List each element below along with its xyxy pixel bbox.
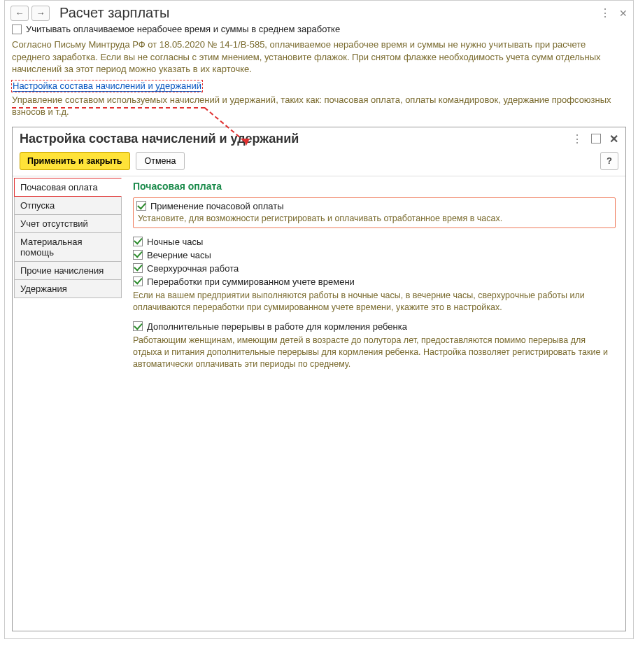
summed-overtime-checkbox[interactable] [133,276,143,286]
feeding-breaks-note: Работающим женщинам, имеющим детей в воз… [133,335,616,370]
opt-night-hours: Ночные часы [133,237,616,247]
annotation-arrow-head [243,139,250,146]
info-text: Согласно Письму Минтруда РФ от 18.05.202… [5,38,633,78]
opts-note: Если на вашем предприятии выполняются ра… [133,290,616,314]
dialog-body: Почасовая оплата Отпуска Учет отсутствий… [13,176,625,631]
nav-back-button[interactable]: ← [10,6,29,21]
apply-and-close-button[interactable]: Применить и закрыть [20,152,130,170]
arrow-right-icon: → [36,8,45,18]
use-hourly-checkbox[interactable] [136,201,146,211]
tab-other-accruals[interactable]: Прочие начисления [14,261,122,280]
highlight-use-hourly: Применение почасовой оплаты Установите, … [133,197,616,228]
dialog-toolbar: Применить и закрыть Отмена ? [13,149,625,176]
summed-overtime-label: Переработки при суммированном учете врем… [147,276,355,287]
overtime-checkbox[interactable] [133,263,143,273]
tab-financial-aid[interactable]: Материальная помощь [14,232,122,262]
outer-header: ← → Расчет зарплаты ⋮ ✕ [5,1,633,22]
dialog-maximize-icon[interactable] [591,134,601,144]
tab-content: Почасовая оплата Применение почасовой оп… [122,176,625,631]
feeding-breaks-label: Дополнительные перерывы в работе для кор… [147,321,407,332]
dialog-titlebar: Настройка состава начислений и удержаний… [13,127,625,149]
opt-summed-overtime: Переработки при суммированном учете врем… [133,276,616,287]
tab-vacations[interactable]: Отпуска [14,196,122,215]
section-title: Почасовая оплата [133,181,616,192]
dialog-more-icon[interactable]: ⋮ [572,132,583,146]
feeding-breaks-checkbox[interactable] [133,321,143,331]
night-hours-checkbox[interactable] [133,237,143,246]
use-hourly-label: Применение почасовой оплаты [150,201,284,211]
arrow-left-icon: ← [15,8,24,18]
night-hours-label: Ночные часы [147,237,203,247]
help-button[interactable]: ? [600,152,618,170]
page-title: Расчет зарплаты [59,5,600,21]
tabs-column: Почасовая оплата Отпуска Учет отсутствий… [13,176,122,631]
account-nonwork-label: Учитывать оплачиваемое нерабочее время и… [26,24,340,34]
nav-forward-button[interactable]: → [31,6,50,21]
dialog-title: Настройка состава начислений и удержаний [20,132,572,146]
tab-deductions[interactable]: Удержания [14,279,122,298]
evening-hours-label: Вечерние часы [147,250,211,260]
dialog-close-icon[interactable]: ✕ [609,132,618,146]
cancel-button[interactable]: Отмена [136,152,185,170]
opt-feeding-breaks: Дополнительные перерывы в работе для кор… [133,321,616,332]
outer-window: ← → Расчет зарплаты ⋮ ✕ Учитывать оплачи… [4,0,634,639]
settings-link-label: Настройка состава начислений и удержаний [13,80,201,92]
evening-hours-checkbox[interactable] [133,250,143,260]
account-nonwork-checkbox-row: Учитывать оплачиваемое нерабочее время и… [5,22,633,38]
tab-hourly-pay[interactable]: Почасовая оплата [14,178,122,197]
settings-link[interactable]: Настройка состава начислений и удержаний [11,80,203,92]
opt-overtime: Сверхурочная работа [133,263,616,274]
opt-evening-hours: Вечерние часы [133,250,616,260]
settings-dialog: Настройка состава начислений и удержаний… [12,127,626,631]
account-nonwork-checkbox[interactable] [12,24,22,34]
tab-absences[interactable]: Учет отсутствий [14,214,122,233]
annotation-arrow [12,107,205,108]
overtime-label: Сверхурочная работа [147,263,239,274]
close-icon[interactable]: ✕ [619,8,628,19]
use-hourly-desc: Установите, для возможности регистрирова… [138,214,611,223]
more-icon[interactable]: ⋮ [600,6,611,20]
